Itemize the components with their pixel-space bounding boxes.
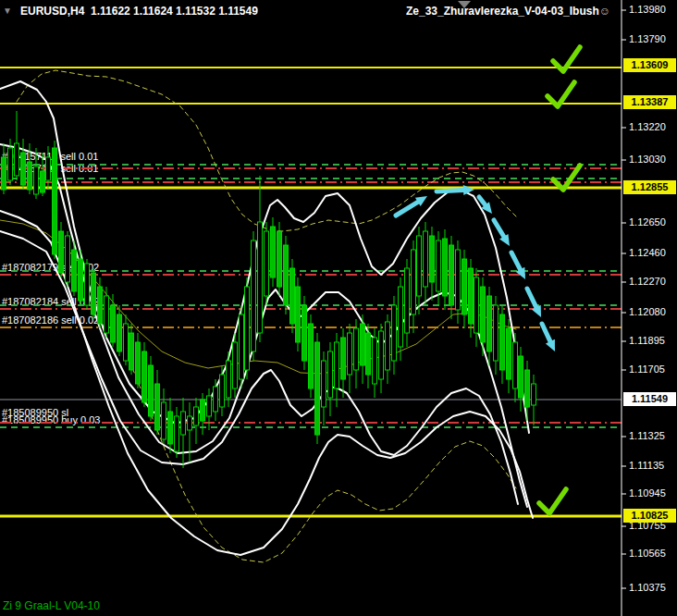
candle-body — [220, 375, 225, 407]
candle-body — [66, 236, 70, 282]
candle-body — [227, 361, 231, 398]
candle-body — [430, 236, 435, 282]
candle-body — [487, 296, 492, 351]
trend-arrow[interactable] — [542, 324, 550, 341]
candle-body — [290, 268, 295, 324]
candle-body — [417, 236, 422, 296]
trend-arrow[interactable] — [494, 220, 504, 237]
candle-body — [233, 342, 238, 388]
candle-body — [348, 333, 352, 375]
candle-body — [315, 342, 320, 435]
candle-body — [284, 245, 289, 305]
candle-body — [21, 153, 26, 185]
candle-body — [188, 416, 192, 430]
band-white-mid-upper — [0, 144, 527, 507]
candle-body — [194, 407, 199, 425]
candle-body — [328, 351, 333, 398]
candle-body — [201, 400, 205, 421]
candle-body — [322, 361, 326, 407]
candle-body — [481, 287, 486, 342]
candle-body — [469, 268, 474, 324]
candle-body — [405, 268, 410, 333]
candle-body — [335, 342, 339, 388]
trend-arrow[interactable] — [437, 191, 463, 191]
candle-body — [271, 227, 276, 277]
candle-body — [168, 412, 173, 444]
candle-body — [443, 239, 448, 296]
envelope-dashed-upper — [17, 70, 516, 231]
candle-body — [124, 324, 129, 361]
candle-body — [155, 384, 160, 430]
candle-body — [117, 314, 122, 351]
candle-body — [85, 264, 90, 305]
candle-body — [79, 259, 83, 301]
mt4-chart-window: #104157118 sell 0.01#104157119 sell 0.01… — [0, 0, 677, 616]
candle-body — [392, 305, 397, 361]
candle-body — [136, 342, 141, 384]
candle-body — [207, 396, 212, 416]
candle-body — [449, 245, 454, 305]
candle-body — [252, 240, 256, 351]
trend-arrow[interactable] — [396, 202, 418, 216]
candle-body — [525, 370, 530, 407]
candle-body — [474, 277, 479, 333]
candle-body — [41, 171, 45, 192]
trend-arrow[interactable] — [479, 197, 486, 205]
candle-body — [507, 328, 511, 379]
candle-body — [34, 166, 39, 194]
candle-body — [46, 157, 51, 180]
candle-body — [341, 338, 346, 379]
candle-body — [513, 342, 518, 388]
candle-body — [456, 250, 461, 310]
candle-body — [309, 324, 314, 388]
candle-body — [373, 338, 377, 384]
candle-body — [519, 356, 523, 398]
candle-body — [424, 231, 428, 287]
candle-body — [500, 314, 505, 370]
candle-body — [92, 273, 96, 314]
candle-body — [296, 287, 301, 342]
candle-body — [214, 387, 218, 412]
candle-body — [366, 333, 371, 375]
candle-body — [175, 416, 179, 451]
trend-arrow[interactable] — [527, 289, 536, 307]
candle-body — [240, 314, 244, 379]
candle-body — [277, 231, 282, 287]
candle-body — [532, 384, 536, 405]
candle-body — [59, 231, 64, 273]
chart-canvas — [0, 0, 677, 616]
candle-body — [399, 287, 403, 347]
candle-body — [258, 222, 263, 333]
trend-arrow[interactable] — [511, 253, 520, 269]
candle-body — [53, 148, 57, 254]
candle-body — [105, 296, 109, 333]
candle-body — [2, 157, 6, 190]
candle-body — [98, 287, 103, 324]
candle-body — [129, 333, 134, 370]
candle-body — [28, 162, 32, 190]
candle-body — [162, 402, 166, 439]
candle-body — [142, 351, 147, 402]
candle-body — [302, 305, 307, 361]
candle-body — [111, 305, 116, 342]
candle-body — [8, 148, 13, 180]
candle-body — [462, 259, 467, 314]
candle-body — [379, 331, 384, 379]
candle-body — [412, 250, 416, 314]
candle-body — [245, 287, 250, 370]
candle-body — [361, 324, 365, 365]
candle-body — [72, 250, 77, 291]
candle-body — [494, 305, 499, 361]
candle-body — [181, 412, 186, 435]
candle-body — [149, 365, 154, 416]
checkmark-icon[interactable] — [539, 489, 566, 513]
candle-body — [15, 143, 19, 176]
candle-body — [354, 328, 359, 370]
candle-body — [437, 240, 441, 291]
candle-body — [386, 322, 390, 370]
candle-body — [265, 231, 269, 296]
